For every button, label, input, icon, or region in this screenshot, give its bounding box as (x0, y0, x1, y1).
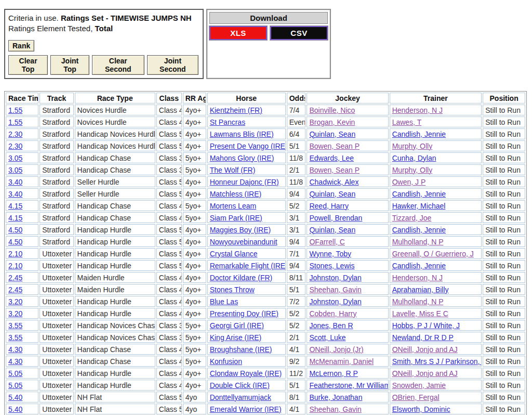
jockey-link[interactable]: OFarrell, C (309, 238, 344, 246)
trainer-link[interactable]: Tizzard, Joe (392, 214, 432, 222)
horse-link[interactable]: Crystal Glance (210, 250, 258, 258)
clear-second-button[interactable]: Clear Second (92, 55, 144, 75)
trainer-link[interactable]: Candlish, Jennie (392, 262, 446, 270)
joint-second-button[interactable]: Joint Second (147, 55, 198, 75)
trainer-link[interactable]: Lavelle, Miss E C (392, 309, 448, 318)
horse-link[interactable]: Broughshane (IRE) (210, 345, 272, 354)
trainer-link[interactable]: Elsworth, Dominic (392, 405, 450, 413)
race-time-link[interactable]: 3.40 (8, 190, 22, 198)
trainer-link[interactable]: Murphy, Olly (392, 142, 433, 150)
race-time-link[interactable]: 3.20 (8, 297, 22, 306)
trainer-link[interactable]: Aprahamian, Billy (392, 286, 449, 294)
jockey-link[interactable]: Sheehan, Gavin (309, 405, 361, 413)
download-csv-button[interactable]: CSV (270, 26, 328, 40)
jockey-link[interactable]: Quinlan, Sean (309, 130, 355, 138)
trainer-link[interactable]: Hobbs, P J / White, J (392, 321, 460, 330)
race-time-link[interactable]: 3.20 (8, 309, 22, 318)
race-time-link[interactable]: 5.40 (8, 405, 22, 413)
horse-link[interactable]: Siam Park (IRE) (210, 214, 262, 222)
jockey-link[interactable]: Sheehan, Gavin (309, 286, 361, 294)
jockey-link[interactable]: Boinville, Nico (309, 106, 355, 114)
jockey-link[interactable]: Bowen, Sean P (309, 142, 360, 150)
trainer-link[interactable]: Mulholland, N P (392, 297, 444, 306)
race-time-link[interactable]: 4.15 (8, 214, 22, 222)
jockey-link[interactable]: Chadwick, Alex (309, 178, 358, 186)
jockey-link[interactable]: Featherstone, Mr William (309, 381, 388, 390)
race-time-link[interactable]: 2.10 (8, 262, 22, 270)
horse-link[interactable]: Matchless (IRE) (210, 190, 262, 198)
horse-link[interactable]: Clondaw Royale (IRE) (210, 369, 282, 378)
horse-link[interactable]: St Pancras (210, 118, 245, 126)
trainer-link[interactable]: Smith, Mrs S J / Parkinson, J (392, 357, 482, 366)
race-time-link[interactable]: 2.45 (8, 286, 22, 294)
jockey-link[interactable]: Powell, Brendan (309, 214, 362, 222)
horse-link[interactable]: Kientzheim (FR) (210, 106, 262, 114)
jockey-link[interactable]: Wynne, Toby (309, 250, 351, 258)
jockey-link[interactable]: McLernon, R P (309, 369, 357, 378)
jockey-link[interactable]: Jones, Ben R (309, 321, 353, 330)
horse-link[interactable]: Lawmans Blis (IRE) (210, 130, 274, 138)
race-time-link[interactable]: 3.55 (8, 321, 22, 330)
race-time-link[interactable]: 5.05 (8, 369, 22, 378)
race-time-link[interactable]: 4.50 (8, 226, 22, 234)
trainer-link[interactable]: Greenall, O / Guerriero, J (392, 250, 474, 258)
jockey-link[interactable]: Quinlan, Sean (309, 190, 355, 198)
jockey-link[interactable]: Quinlan, Sean (309, 226, 355, 234)
trainer-link[interactable]: Henderson, N J (392, 106, 443, 114)
horse-link[interactable]: Georgi Girl (IRE) (210, 321, 264, 330)
race-time-link[interactable]: 2.30 (8, 130, 22, 138)
horse-link[interactable]: Honneur Dajonc (FR) (210, 178, 279, 186)
horse-link[interactable]: Donttellyamumjack (210, 393, 271, 401)
horse-link[interactable]: Blue Las (210, 297, 238, 306)
horse-link[interactable]: King Arise (IRE) (210, 333, 262, 342)
jockey-link[interactable]: Cobden, Harry (309, 309, 356, 318)
race-time-link[interactable]: 4.15 (8, 202, 22, 210)
horse-link[interactable]: Remarkable Flight (IRE) (210, 262, 286, 270)
jockey-link[interactable]: Johnston, Dylan (309, 297, 361, 306)
horse-link[interactable]: Nowyouvebinandunit (210, 238, 277, 246)
race-time-link[interactable]: 3.40 (8, 178, 22, 186)
race-time-link[interactable]: 3.55 (8, 333, 22, 342)
jockey-link[interactable]: Scott, Luke (309, 333, 345, 342)
race-time-link[interactable]: 1.55 (8, 106, 22, 114)
trainer-link[interactable]: Candlish, Jennie (392, 130, 446, 138)
horse-link[interactable]: Konfusion (210, 357, 242, 366)
horse-link[interactable]: Double Click (IRE) (210, 381, 270, 390)
race-time-link[interactable]: 2.45 (8, 274, 22, 282)
clear-top-button[interactable]: Clear Top (8, 55, 48, 75)
race-time-link[interactable]: 2.30 (8, 142, 22, 150)
race-time-link[interactable]: 1.55 (8, 118, 22, 126)
race-time-link[interactable]: 4.30 (8, 345, 22, 354)
trainer-link[interactable]: Candlish, Jennie (392, 226, 446, 234)
race-time-link[interactable]: 4.30 (8, 357, 22, 366)
horse-link[interactable]: Emerald Warrior (IRE) (210, 405, 282, 413)
jockey-link[interactable]: Edwards, Lee (309, 154, 354, 162)
trainer-link[interactable]: Mulholland, N P (392, 238, 444, 246)
horse-link[interactable]: Maggies Boy (IRE) (210, 226, 271, 234)
jockey-link[interactable]: Reed, Harry (309, 202, 348, 210)
race-time-link[interactable]: 3.05 (8, 166, 22, 174)
race-time-link[interactable]: 5.05 (8, 381, 22, 390)
trainer-link[interactable]: Newland, Dr R D P (392, 333, 454, 342)
trainer-link[interactable]: ONeill, Jonjo and AJ (392, 345, 458, 354)
race-time-link[interactable]: 5.40 (8, 393, 22, 401)
jockey-link[interactable]: Burke, Jonathan (309, 393, 362, 401)
jockey-link[interactable]: Brogan, Kevin (309, 118, 355, 126)
trainer-link[interactable]: Owen, J P (392, 178, 426, 186)
horse-link[interactable]: Present De Vango (IRE) (210, 142, 286, 150)
jockey-link[interactable]: ONeill, Jonjo (Jr) (309, 345, 363, 354)
trainer-link[interactable]: Murphy, Olly (392, 166, 433, 174)
jockey-link[interactable]: McMenamin, Daniel (309, 357, 374, 366)
horse-link[interactable]: Doctor Kildare (FR) (210, 274, 273, 282)
joint-top-button[interactable]: Joint Top (50, 55, 89, 75)
race-time-link[interactable]: 4.50 (8, 238, 22, 246)
horse-link[interactable]: Mahons Glory (IRE) (210, 154, 274, 162)
race-time-link[interactable]: 2.10 (8, 250, 22, 258)
rank-button[interactable]: Rank (8, 40, 34, 51)
trainer-link[interactable]: Henderson, N J (392, 274, 443, 282)
horse-link[interactable]: Mortens Leam (210, 202, 256, 210)
horse-link[interactable]: The Wolf (FR) (210, 166, 256, 174)
trainer-link[interactable]: OBrien, Fergal (392, 393, 440, 401)
race-time-link[interactable]: 3.05 (8, 154, 22, 162)
horse-link[interactable]: Presenting Doy (IRE) (210, 309, 278, 318)
